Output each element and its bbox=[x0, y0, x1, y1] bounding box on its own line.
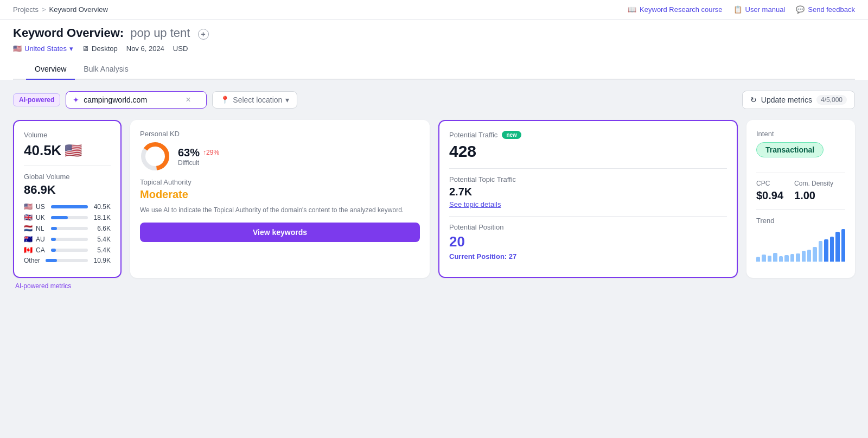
book-icon: 📖 bbox=[628, 5, 636, 14]
domain-input-wrap[interactable]: ✦ × bbox=[66, 91, 207, 109]
volume-value: 40.5K 🇺🇸 bbox=[24, 142, 111, 159]
update-metrics-button[interactable]: ↻ Update metrics 4/5,000 bbox=[742, 91, 855, 109]
country-code: US bbox=[36, 203, 48, 211]
us-flag-icon: 🇺🇸 bbox=[13, 45, 22, 53]
main-content: AI-powered ✦ × 📍 Select location ▾ ↻ Upd… bbox=[0, 80, 868, 301]
country-value: 6.6K bbox=[91, 225, 111, 232]
cards-row: Volume 40.5K 🇺🇸 Global Volume 86.9K 🇺🇸 U… bbox=[13, 120, 855, 278]
breadcrumb-current: Keyword Overview bbox=[49, 5, 108, 14]
device-selector: 🖥 Desktop bbox=[82, 45, 118, 53]
density-label: Com. Density bbox=[794, 180, 833, 187]
trend-bar bbox=[807, 250, 811, 262]
breadcrumb-parent[interactable]: Projects bbox=[13, 5, 39, 14]
cpc-block: CPC $0.94 bbox=[756, 180, 783, 202]
trend-bar bbox=[779, 256, 783, 262]
currency-text: USD bbox=[173, 45, 188, 53]
global-volume-label: Global Volume bbox=[24, 173, 111, 181]
location-pin-icon: 📍 bbox=[220, 96, 229, 104]
country-code: UK bbox=[36, 214, 48, 221]
kd-pct: 63% bbox=[178, 147, 200, 159]
volume-card: Volume 40.5K 🇺🇸 Global Volume 86.9K 🇺🇸 U… bbox=[13, 120, 122, 278]
tab-bulk-analysis[interactable]: Bulk Analysis bbox=[75, 59, 137, 80]
country-selector[interactable]: 🇺🇸 United States ▾ bbox=[13, 45, 73, 53]
keyword-text: pop up tent bbox=[130, 26, 190, 40]
tab-overview[interactable]: Overview bbox=[26, 59, 75, 80]
trend-bar bbox=[796, 253, 800, 262]
kd-change: ↑29% bbox=[203, 149, 219, 156]
send-feedback-link[interactable]: 💬 Send feedback bbox=[796, 5, 855, 14]
topical-authority-desc: We use AI to indicate the Topical Author… bbox=[140, 205, 420, 215]
trend-bar bbox=[756, 257, 760, 262]
keyword-course-link[interactable]: 📖 Keyword Research course bbox=[628, 5, 722, 14]
pt-label: Potential Traffic bbox=[449, 131, 497, 139]
kd-label: Personal KD bbox=[140, 130, 420, 138]
country-value: 18.1K bbox=[91, 214, 111, 221]
domain-input[interactable] bbox=[84, 96, 181, 104]
country-flag-icon: 🇬🇧 bbox=[24, 213, 33, 221]
ai-metrics-footer: AI-powered metrics bbox=[13, 282, 855, 290]
country-flag-icon: 🇺🇸 bbox=[24, 202, 33, 211]
other-bar bbox=[46, 259, 57, 262]
page-header: Keyword Overview: pop up tent + 🇺🇸 Unite… bbox=[0, 20, 868, 80]
country-bar-fill bbox=[51, 205, 88, 208]
refresh-icon: ↻ bbox=[750, 96, 757, 104]
search-bar: AI-powered ✦ × 📍 Select location ▾ ↻ Upd… bbox=[13, 91, 855, 109]
page-title: Keyword Overview: pop up tent + bbox=[13, 26, 855, 40]
location-selector[interactable]: 📍 Select location ▾ bbox=[212, 91, 297, 109]
country-code: CA bbox=[36, 246, 48, 254]
volume-label: Volume bbox=[24, 131, 111, 139]
country-row: 🇬🇧 UK 18.1K bbox=[24, 213, 111, 221]
pt-topic-label: Potential Topic Traffic bbox=[449, 175, 727, 183]
country-bar-wrap bbox=[51, 238, 88, 241]
chevron-down-icon: ▾ bbox=[69, 45, 73, 53]
country-code: NL bbox=[36, 225, 48, 232]
intent-label: Intent bbox=[756, 130, 845, 138]
kd-info: 63% ↑29% Difficult bbox=[178, 147, 219, 167]
other-value: 10.9K bbox=[91, 257, 111, 264]
country-flag-icon: 🇨🇦 bbox=[24, 246, 33, 254]
intent-badge: Transactional bbox=[756, 142, 824, 157]
trend-bar bbox=[802, 251, 806, 262]
country-flag-icon: 🇦🇺 bbox=[24, 235, 33, 243]
ai-powered-badge: AI-powered bbox=[13, 93, 60, 106]
top-links: 📖 Keyword Research course 📋 User manual … bbox=[628, 5, 855, 14]
trend-bar bbox=[768, 256, 771, 262]
user-manual-link[interactable]: 📋 User manual bbox=[733, 5, 786, 14]
breadcrumb-separator: > bbox=[42, 5, 46, 14]
other-label: Other bbox=[24, 257, 40, 264]
intent-card: Intent Transactional CPC $0.94 Com. Dens… bbox=[746, 120, 855, 278]
pt-current-pos-value: 27 bbox=[509, 252, 516, 261]
feedback-icon: 💬 bbox=[796, 5, 805, 14]
see-topic-details-link[interactable]: See topic details bbox=[449, 200, 727, 208]
add-keyword-button[interactable]: + bbox=[198, 29, 209, 40]
manual-icon: 📋 bbox=[733, 5, 742, 14]
topical-authority-value: Moderate bbox=[140, 188, 420, 201]
chevron-down-icon: ▾ bbox=[285, 96, 289, 104]
trend-bar bbox=[819, 241, 822, 262]
country-bar-wrap bbox=[51, 205, 88, 208]
trend-bar bbox=[824, 239, 828, 262]
kd-row: 63% ↑29% Difficult bbox=[140, 141, 420, 172]
country-row: 🇨🇦 CA 5.4K bbox=[24, 246, 111, 254]
view-keywords-button[interactable]: View keywords bbox=[140, 223, 420, 242]
country-bar-fill bbox=[51, 249, 56, 252]
potential-traffic-card: Potential Traffic new 428 Potential Topi… bbox=[438, 120, 738, 278]
country-row: 🇦🇺 AU 5.4K bbox=[24, 235, 111, 243]
country-code: AU bbox=[36, 236, 48, 243]
tabs-bar: Overview Bulk Analysis bbox=[13, 59, 855, 80]
trend-bar bbox=[762, 255, 765, 262]
country-list: 🇺🇸 US 40.5K 🇬🇧 UK 18.1K 🇳🇱 NL 6.6K 🇦🇺 AU… bbox=[24, 202, 111, 254]
country-flag-icon: 🇳🇱 bbox=[24, 224, 33, 232]
clear-icon[interactable]: × bbox=[186, 95, 190, 105]
trend-bar bbox=[790, 254, 794, 262]
pt-position-label: Potential Position bbox=[449, 223, 727, 231]
pt-current-position: Current Position: 27 bbox=[449, 252, 727, 261]
cpc-label: CPC bbox=[756, 180, 783, 187]
country-value: 5.4K bbox=[91, 246, 111, 254]
meta-bar: 🇺🇸 United States ▾ 🖥 Desktop Nov 6, 2024… bbox=[13, 45, 855, 59]
kd-level: Difficult bbox=[178, 159, 219, 167]
cpc-value: $0.94 bbox=[756, 189, 783, 202]
country-bar-wrap bbox=[51, 249, 88, 252]
density-value: 1.00 bbox=[794, 189, 833, 202]
country-bar-fill bbox=[51, 216, 68, 219]
